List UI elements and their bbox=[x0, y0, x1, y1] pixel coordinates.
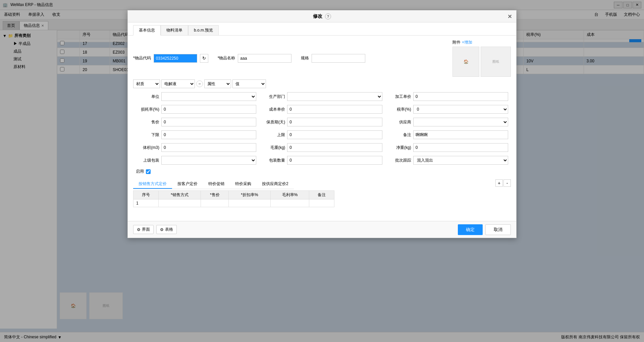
add-row-button[interactable]: + bbox=[495, 179, 503, 187]
price-table-header: 序号 *销售方式 *售价 *折扣率% 毛利率% 备注 bbox=[133, 191, 334, 199]
sub-tab-supplier[interactable]: 按供应商定价2 bbox=[257, 180, 294, 189]
gross-weight-input[interactable] bbox=[287, 143, 382, 152]
remark-cell: 备注 bbox=[385, 129, 511, 140]
interface-icon: ⚙ bbox=[137, 227, 141, 232]
sale-price-input[interactable] bbox=[161, 118, 256, 126]
footer-right: 确定 取消 bbox=[458, 224, 511, 235]
parent-pack-select[interactable] bbox=[161, 156, 256, 165]
process-cost-cell: 加工单价 bbox=[385, 91, 511, 102]
cost-price-input[interactable] bbox=[287, 105, 382, 114]
material-value-select[interactable]: 电解液 bbox=[161, 79, 195, 88]
batch-trace-label: 批次跟踪 bbox=[388, 158, 411, 163]
price-row-sale-method bbox=[158, 199, 201, 207]
form-grid: 单位 生产部门 加工单价 损耗率(%) 成本单价 bbox=[133, 91, 511, 166]
net-weight-label: 净重(kg) bbox=[388, 145, 411, 151]
remark-input[interactable] bbox=[413, 130, 508, 139]
supplier-select[interactable] bbox=[413, 118, 508, 126]
sub-tab-purchase[interactable]: 特价采购 bbox=[230, 180, 257, 189]
net-weight-cell: 净重(kg) bbox=[385, 142, 511, 153]
modal-overlay: 修改 ? ✕ 基本信息 物料清单 b.o.m.预览 *物品代码 ↻ *物品名称 … bbox=[0, 0, 644, 342]
modal-tab-bom-list[interactable]: 物料清单 bbox=[161, 25, 188, 35]
modal-tab-bar: 基本信息 物料清单 b.o.m.预览 bbox=[128, 22, 516, 36]
process-cost-input[interactable] bbox=[413, 92, 508, 101]
modal-close-button[interactable]: ✕ bbox=[505, 12, 514, 20]
loss-rate-input[interactable] bbox=[161, 105, 256, 114]
modal-footer: ⚙ 界面 ⚙ 表格 确定 取消 bbox=[128, 221, 516, 238]
gross-weight-label: 毛重(kg) bbox=[262, 145, 285, 151]
lower-limit-label: 下限 bbox=[136, 132, 159, 138]
attribute-select[interactable]: 属性 bbox=[204, 79, 231, 88]
col-price: *售价 bbox=[201, 191, 229, 199]
attachment-add-link[interactable]: +增加 bbox=[462, 40, 472, 45]
sub-tab-customer[interactable]: 按客户定价 bbox=[172, 180, 203, 189]
price-table-row[interactable]: 1 bbox=[133, 199, 334, 207]
upper-limit-input[interactable] bbox=[287, 130, 382, 139]
table-icon: ⚙ bbox=[160, 227, 164, 232]
price-row-remark bbox=[309, 199, 334, 207]
enable-label: 启用 bbox=[136, 169, 144, 174]
cancel-button[interactable]: 取消 bbox=[485, 224, 511, 235]
lower-limit-input[interactable] bbox=[161, 130, 256, 139]
parent-pack-label: 上级包装 bbox=[136, 158, 159, 163]
add-remove-buttons: + - bbox=[495, 179, 511, 187]
price-table-container: 序号 *销售方式 *售价 *折扣率% 毛利率% 备注 1 bbox=[133, 190, 511, 207]
volume-input[interactable] bbox=[161, 143, 256, 152]
sub-tab-promotion[interactable]: 特价促销 bbox=[203, 180, 230, 189]
spec-input[interactable] bbox=[312, 54, 365, 63]
item-name-input[interactable] bbox=[238, 54, 291, 63]
modal-tab-bom-preview[interactable]: b.o.m.预览 bbox=[188, 25, 219, 35]
refresh-button[interactable]: ↻ bbox=[200, 54, 208, 63]
unit-select[interactable] bbox=[161, 92, 256, 101]
attachment-image-2: 图纸 bbox=[481, 47, 511, 77]
sale-price-label: 售价 bbox=[136, 119, 159, 125]
shelf-life-label: 保质期(天) bbox=[262, 119, 285, 125]
volume-label: 体积(m3) bbox=[136, 145, 159, 151]
supplier-label: 供应商 bbox=[388, 119, 411, 125]
tax-rate-cell: 税率(%) 0 bbox=[385, 104, 511, 115]
prod-dept-select[interactable] bbox=[287, 92, 382, 101]
spec-label: 规格 bbox=[301, 55, 309, 61]
loss-rate-cell: 损耗率(%) bbox=[133, 104, 259, 115]
cost-price-cell: 成本单价 bbox=[259, 104, 385, 115]
attribute-value-select[interactable]: 值 bbox=[232, 79, 266, 88]
modal-body: *物品代码 ↻ *物品名称 规格 附件 +增加 🏠 图纸 bbox=[128, 36, 516, 211]
modal-title: 修改 bbox=[313, 13, 322, 19]
material-remove-button[interactable]: − bbox=[196, 80, 203, 87]
form-row-1: *物品代码 ↻ *物品名称 规格 附件 +增加 🏠 图纸 bbox=[133, 40, 511, 77]
attachment-label: 附件 bbox=[452, 40, 461, 45]
batch-trace-select[interactable]: 混入混出 bbox=[413, 156, 508, 165]
cost-price-label: 成本单价 bbox=[262, 107, 285, 112]
supplier-cell: 供应商 bbox=[385, 116, 511, 128]
tax-rate-select[interactable]: 0 bbox=[413, 105, 508, 114]
unit-cell: 单位 bbox=[133, 91, 259, 102]
loss-rate-label: 损耗率(%) bbox=[136, 107, 159, 112]
pack-qty-input[interactable] bbox=[287, 156, 382, 165]
remove-row-button[interactable]: - bbox=[503, 179, 511, 187]
pack-qty-cell: 包装数量 bbox=[259, 155, 385, 166]
price-table: 序号 *销售方式 *售价 *折扣率% 毛利率% 备注 1 bbox=[133, 190, 334, 207]
sub-tab-sale-method[interactable]: 按销售方式定价 bbox=[133, 180, 172, 189]
interface-button[interactable]: ⚙ 界面 bbox=[133, 225, 154, 234]
volume-cell: 体积(m3) bbox=[133, 142, 259, 153]
modal-header: 修改 ? ✕ bbox=[128, 10, 516, 22]
net-weight-input[interactable] bbox=[413, 143, 508, 152]
sub-tabs: 按销售方式定价 按客户定价 特价促销 特价采购 按供应商定价2 bbox=[133, 180, 294, 189]
item-code-label: *物品代码 bbox=[133, 55, 151, 61]
price-row-discount bbox=[229, 199, 270, 207]
price-row-num: 1 bbox=[133, 199, 159, 207]
lower-limit-cell: 下限 bbox=[133, 129, 259, 140]
col-num: 序号 bbox=[133, 191, 159, 199]
batch-trace-cell: 批次跟踪 混入混出 bbox=[385, 155, 511, 166]
modal-help-button[interactable]: ? bbox=[325, 13, 331, 19]
attachment-area: 附件 +增加 🏠 图纸 bbox=[452, 40, 511, 77]
modal-tab-basic[interactable]: 基本信息 bbox=[133, 25, 161, 36]
confirm-button[interactable]: 确定 bbox=[458, 224, 483, 235]
shelf-life-input[interactable] bbox=[287, 118, 382, 126]
unit-label: 单位 bbox=[136, 94, 159, 100]
material-type-select[interactable]: 材质 bbox=[133, 79, 160, 88]
price-row-gross-margin bbox=[270, 199, 309, 207]
enable-checkbox[interactable] bbox=[146, 169, 151, 174]
table-button[interactable]: ⚙ 表格 bbox=[156, 225, 177, 234]
process-cost-label: 加工单价 bbox=[388, 94, 411, 100]
item-code-input[interactable] bbox=[154, 54, 197, 63]
